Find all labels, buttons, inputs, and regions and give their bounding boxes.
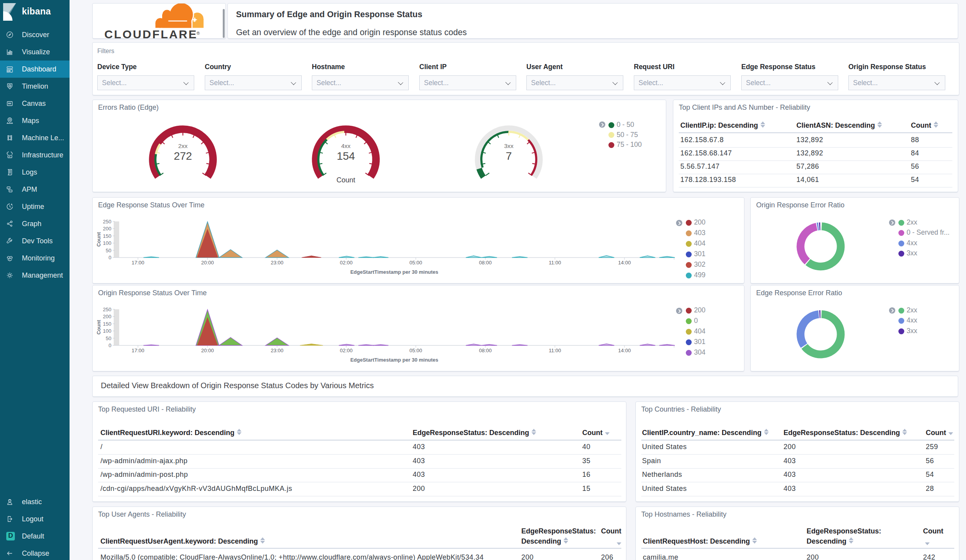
svg-text:Count: Count: [336, 176, 355, 184]
svg-text:05:00: 05:00: [410, 260, 422, 266]
svg-text:20:00: 20:00: [201, 260, 214, 266]
svg-text:7: 7: [506, 150, 512, 162]
svg-text:23:00: 23:00: [271, 348, 284, 353]
svg-text:Count: Count: [96, 320, 102, 335]
svg-text:4xx: 4xx: [341, 143, 351, 149]
svg-text:200: 200: [103, 226, 111, 232]
svg-text:100: 100: [103, 328, 111, 334]
svg-text:Count: Count: [96, 232, 102, 247]
svg-text:0: 0: [109, 342, 111, 348]
svg-text:11:00: 11:00: [549, 260, 561, 266]
svg-text:272: 272: [174, 150, 192, 162]
svg-text:02:00: 02:00: [340, 348, 353, 353]
svg-text:2xx: 2xx: [178, 143, 188, 149]
svg-text:®: ®: [197, 31, 200, 36]
svg-text:20:00: 20:00: [201, 348, 214, 353]
svg-text:50: 50: [106, 248, 111, 253]
svg-text:0: 0: [109, 255, 111, 260]
svg-text:150: 150: [103, 233, 111, 239]
svg-text:EdgeStartTimestamp per 30 minu: EdgeStartTimestamp per 30 minutes: [350, 269, 438, 275]
svg-text:250: 250: [103, 219, 111, 225]
svg-text:150: 150: [103, 321, 111, 327]
svg-text:154: 154: [337, 150, 355, 162]
svg-text:EdgeStartTimestamp per 30 minu: EdgeStartTimestamp per 30 minutes: [350, 357, 438, 363]
svg-text:02:00: 02:00: [340, 260, 353, 266]
svg-text:100: 100: [103, 240, 111, 246]
svg-text:3xx: 3xx: [504, 143, 513, 149]
svg-text:14:00: 14:00: [618, 348, 631, 353]
svg-text:200: 200: [103, 314, 111, 319]
svg-text:14:00: 14:00: [618, 260, 631, 266]
svg-text:11:00: 11:00: [549, 348, 561, 353]
svg-text:50: 50: [106, 335, 111, 341]
svg-text:08:00: 08:00: [479, 348, 492, 353]
svg-text:17:00: 17:00: [132, 348, 145, 353]
svg-text:17:00: 17:00: [132, 260, 145, 266]
svg-text:CLOUDFLARE: CLOUDFLARE: [104, 28, 198, 39]
svg-text:23:00: 23:00: [271, 260, 284, 266]
svg-text:05:00: 05:00: [410, 348, 422, 353]
svg-text:08:00: 08:00: [479, 260, 492, 266]
svg-text:250: 250: [103, 307, 111, 312]
